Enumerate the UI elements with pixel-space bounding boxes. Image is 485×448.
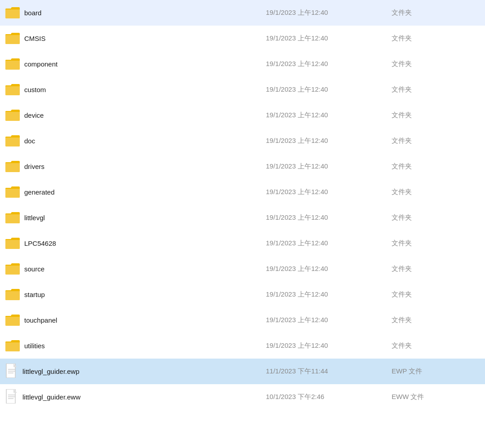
file-name-label: CMSIS: [24, 35, 46, 42]
file-type-label: 文件夹: [392, 342, 480, 350]
table-row[interactable]: littlevgl_guider.eww10/1/2023 下午2:46EWW …: [0, 384, 485, 410]
file-date-label: 19/1/2023 上午12:40: [266, 265, 392, 273]
file-date-label: 11/1/2023 下午11:44: [266, 367, 392, 376]
file-type-label: 文件夹: [392, 162, 480, 171]
file-date-label: 19/1/2023 上午12:40: [266, 34, 392, 43]
folder-icon: [5, 185, 20, 199]
file-type-label: 文件夹: [392, 137, 480, 145]
file-type-label: 文件夹: [392, 316, 480, 324]
file-name-cell: startup: [5, 288, 266, 302]
svg-rect-15: [5, 189, 20, 198]
file-type-label: 文件夹: [392, 239, 480, 248]
svg-rect-11: [5, 138, 20, 146]
file-date-label: 19/1/2023 上午12:40: [266, 9, 392, 17]
file-name-cell: touchpanel: [5, 313, 266, 327]
table-row[interactable]: doc19/1/2023 上午12:40文件夹: [0, 128, 485, 154]
file-date-label: 19/1/2023 上午12:40: [266, 111, 392, 120]
folder-icon: [5, 6, 20, 20]
svg-rect-25: [5, 317, 20, 326]
file-type-label: 文件夹: [392, 213, 480, 222]
file-name-cell: generated: [5, 185, 266, 199]
file-type-label: EWP 文件: [392, 367, 480, 376]
file-date-label: 19/1/2023 上午12:40: [266, 188, 392, 196]
file-name-cell: component: [5, 57, 266, 71]
svg-rect-1: [5, 9, 20, 18]
file-type-label: 文件夹: [392, 34, 480, 43]
file-name-label: utilities: [24, 342, 45, 350]
file-list: board19/1/2023 上午12:40文件夹 CMSIS19/1/2023…: [0, 0, 485, 410]
file-date-label: 19/1/2023 上午12:40: [266, 162, 392, 171]
file-name-label: littlevgl: [24, 214, 45, 222]
folder-icon: [5, 57, 20, 71]
file-type-label: 文件夹: [392, 60, 480, 68]
table-row[interactable]: touchpanel19/1/2023 上午12:40文件夹: [0, 307, 485, 333]
file-name-label: littlevgl_guider.eww: [22, 393, 80, 401]
file-name-cell: device: [5, 108, 266, 122]
file-name-cell: drivers: [5, 160, 266, 173]
table-row[interactable]: drivers19/1/2023 上午12:40文件夹: [0, 154, 485, 179]
table-row[interactable]: generated19/1/2023 上午12:40文件夹: [0, 179, 485, 205]
file-name-label: component: [24, 60, 57, 68]
file-type-label: EWW 文件: [392, 393, 480, 401]
folder-icon: [5, 288, 20, 302]
table-row[interactable]: LPC5462819/1/2023 上午12:40文件夹: [0, 231, 485, 256]
file-type-label: 文件夹: [392, 111, 480, 120]
table-row[interactable]: CMSIS19/1/2023 上午12:40文件夹: [0, 26, 485, 51]
table-row[interactable]: utilities19/1/2023 上午12:40文件夹: [0, 333, 485, 359]
file-name-label: custom: [24, 86, 46, 93]
folder-icon: [5, 262, 20, 276]
file-date-label: 19/1/2023 上午12:40: [266, 85, 392, 94]
file-name-label: source: [24, 265, 44, 273]
file-name-label: board: [24, 9, 41, 17]
file-date-label: 19/1/2023 上午12:40: [266, 290, 392, 299]
file-name-label: generated: [24, 188, 55, 196]
folder-icon: [5, 339, 20, 353]
file-name-cell: source: [5, 262, 266, 276]
folder-icon: [5, 31, 20, 45]
file-name-cell: utilities: [5, 339, 266, 353]
file-name-cell: littlevgl_guider.eww: [5, 389, 266, 405]
table-row[interactable]: board19/1/2023 上午12:40文件夹: [0, 0, 485, 26]
svg-rect-19: [5, 240, 20, 249]
file-type-label: 文件夹: [392, 9, 480, 17]
file-date-label: 19/1/2023 上午12:40: [266, 137, 392, 145]
file-date-label: 19/1/2023 上午12:40: [266, 239, 392, 248]
file-name-cell: CMSIS: [5, 31, 266, 45]
table-row[interactable]: startup19/1/2023 上午12:40文件夹: [0, 282, 485, 307]
file-icon: [5, 364, 18, 379]
file-type-label: 文件夹: [392, 290, 480, 299]
table-row[interactable]: component19/1/2023 上午12:40文件夹: [0, 51, 485, 77]
svg-rect-3: [5, 35, 20, 44]
svg-rect-9: [5, 112, 20, 121]
folder-icon: [5, 83, 20, 97]
folder-icon: [5, 211, 20, 225]
file-date-label: 19/1/2023 上午12:40: [266, 342, 392, 350]
file-name-label: LPC54628: [24, 240, 56, 247]
folder-icon: [5, 160, 20, 173]
file-type-label: 文件夹: [392, 188, 480, 196]
table-row[interactable]: littlevgl19/1/2023 上午12:40文件夹: [0, 205, 485, 231]
file-date-label: 19/1/2023 上午12:40: [266, 60, 392, 68]
file-name-cell: littlevgl_guider.ewp: [5, 364, 266, 379]
table-row[interactable]: source19/1/2023 上午12:40文件夹: [0, 256, 485, 282]
svg-rect-23: [5, 291, 20, 300]
file-name-cell: board: [5, 6, 266, 20]
file-name-label: touchpanel: [24, 316, 57, 324]
file-name-label: drivers: [24, 163, 44, 170]
file-name-label: littlevgl_guider.ewp: [22, 368, 79, 375]
file-date-label: 19/1/2023 上午12:40: [266, 316, 392, 324]
svg-rect-27: [5, 342, 20, 351]
table-row[interactable]: device19/1/2023 上午12:40文件夹: [0, 102, 485, 128]
table-row[interactable]: custom19/1/2023 上午12:40文件夹: [0, 77, 485, 102]
file-name-cell: LPC54628: [5, 236, 266, 250]
folder-icon: [5, 108, 20, 122]
folder-icon: [5, 134, 20, 148]
svg-rect-13: [5, 163, 20, 172]
file-type-label: 文件夹: [392, 265, 480, 273]
file-name-label: startup: [24, 291, 45, 298]
file-name-cell: custom: [5, 83, 266, 97]
file-name-cell: doc: [5, 134, 266, 148]
file-name-cell: littlevgl: [5, 211, 266, 225]
table-row[interactable]: littlevgl_guider.ewp11/1/2023 下午11:44EWP…: [0, 359, 485, 384]
file-type-label: 文件夹: [392, 85, 480, 94]
